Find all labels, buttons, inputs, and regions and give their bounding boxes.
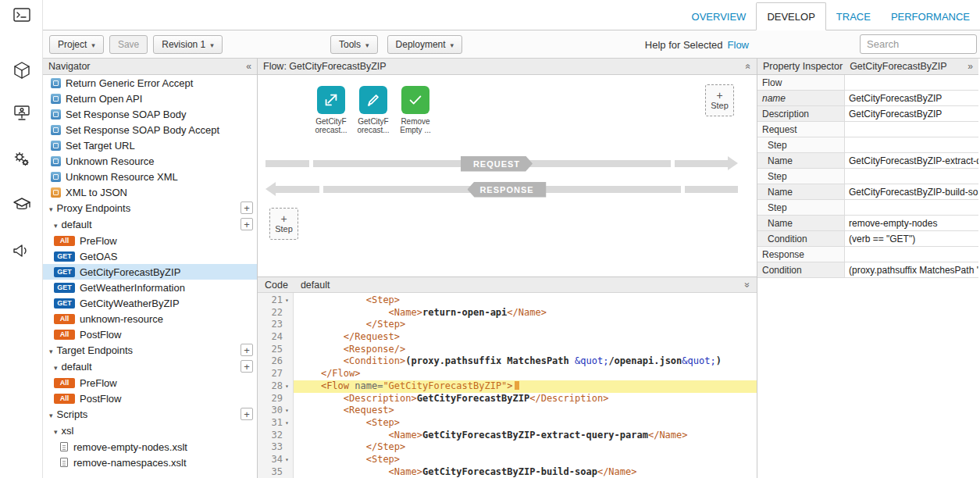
flow-item-label: GetOAS bbox=[80, 251, 117, 262]
fold-toggle-icon[interactable]: ▾ bbox=[283, 417, 291, 430]
rail-workshop-icon[interactable] bbox=[11, 102, 32, 123]
rail-megaphone-icon[interactable] bbox=[11, 240, 32, 261]
add-scripts-button[interactable] bbox=[241, 408, 253, 420]
line-number: 32 bbox=[272, 430, 283, 442]
inspector-row-value[interactable]: GetCityForecastByZIP bbox=[845, 91, 978, 105]
policy-icon bbox=[51, 172, 61, 182]
fold-toggle-icon[interactable]: ▾ bbox=[283, 294, 291, 307]
code-line-24[interactable]: </Request> bbox=[294, 331, 757, 344]
fold-toggle-icon[interactable]: ▾ bbox=[283, 405, 291, 417]
add-default-button[interactable] bbox=[241, 360, 253, 373]
navigator-group-default[interactable]: default bbox=[43, 216, 257, 233]
navigator-file-item[interactable]: remove-namespaces.xslt bbox=[43, 455, 257, 470]
navigator-flow-item-getweatherinformation[interactable]: GETGetWeatherInformation bbox=[43, 280, 257, 295]
fold-toggle-icon[interactable]: ▾ bbox=[283, 380, 291, 393]
add-step-button-request[interactable]: Step bbox=[705, 84, 734, 116]
inspector-row-value[interactable]: (verb == "GET") bbox=[845, 231, 978, 246]
navigator-flow-item-postflow[interactable]: AllPostFlow bbox=[43, 391, 257, 406]
add-target-endpoints-button[interactable] bbox=[241, 344, 253, 356]
search-input[interactable] bbox=[860, 34, 977, 54]
deployment-menu-button[interactable]: Deployment bbox=[387, 35, 463, 54]
code-line-34[interactable]: <Step> bbox=[294, 454, 757, 466]
collapse-navigator-icon[interactable] bbox=[246, 61, 251, 72]
navigator-policy-item[interactable]: Return Open API bbox=[43, 91, 257, 106]
code-line-22[interactable]: <Name>return-open-api</Name> bbox=[294, 307, 757, 319]
navigator-section-proxy-endpoints[interactable]: Proxy Endpoints bbox=[43, 200, 257, 216]
add-default-button[interactable] bbox=[241, 218, 253, 230]
inspector-row-value[interactable]: remove-empty-nodes bbox=[845, 216, 978, 230]
tab-overview[interactable]: OVERVIEW bbox=[682, 3, 757, 30]
code-line-35[interactable]: <Name>GetCityForecastByZIP-build-soap</N… bbox=[294, 466, 757, 478]
band-gap bbox=[319, 186, 323, 193]
navigator-flow-item-preflow[interactable]: AllPreFlow bbox=[43, 375, 257, 391]
navigator-policy-item[interactable]: Set Target URL bbox=[43, 137, 257, 153]
navigator-flow-item-unknown-resource[interactable]: Allunknown-resource bbox=[43, 311, 257, 326]
code-line-29[interactable]: <Description>GetCityForecastByZIP</Descr… bbox=[294, 393, 757, 405]
rail-terminal-icon[interactable] bbox=[11, 5, 32, 26]
flow-step-2[interactable]: GetCityForecast... bbox=[355, 86, 391, 134]
collapse-code-panel-icon[interactable] bbox=[744, 280, 750, 291]
help-for-selected: Help for Selected Flow bbox=[645, 39, 749, 51]
navigator-file-item[interactable]: remove-empty-nodes.xslt bbox=[43, 439, 257, 455]
code-line-25[interactable]: <Response/> bbox=[294, 344, 757, 356]
collapse-flow-panel-icon[interactable] bbox=[746, 61, 751, 72]
tab-performance[interactable]: PERFORMANCE bbox=[881, 3, 980, 30]
add-proxy-endpoints-button[interactable] bbox=[241, 202, 253, 214]
navigator-flow-item-preflow[interactable]: AllPreFlow bbox=[43, 233, 257, 248]
inspector-row-value[interactable]: (proxy.pathsuffix MatchesPath "/c bbox=[845, 262, 978, 277]
help-selected-flow-link[interactable]: Flow bbox=[728, 39, 749, 51]
navigator-flow-item-getoas[interactable]: GETGetOAS bbox=[43, 248, 257, 264]
code-line-23[interactable]: </Step> bbox=[294, 319, 757, 331]
code-line-32[interactable]: <Name>GetCityForecastByZIP-extract-query… bbox=[294, 430, 757, 442]
tab-develop[interactable]: DEVELOP bbox=[756, 2, 825, 30]
code-line-33[interactable]: </Step> bbox=[294, 441, 757, 454]
navigator-group-default[interactable]: default bbox=[43, 358, 257, 375]
code-tab-default[interactable]: default bbox=[301, 280, 330, 291]
project-menu-button[interactable]: Project bbox=[49, 35, 104, 54]
inspector-table: FlownameGetCityForecastByZIPDescriptionG… bbox=[757, 75, 978, 478]
code-token: /openapi.json bbox=[608, 355, 682, 366]
navigator-flow-item-getcityweatherbyzip[interactable]: GETGetCityWeatherByZIP bbox=[43, 295, 257, 311]
tab-trace[interactable]: TRACE bbox=[826, 3, 881, 30]
code-editor[interactable]: 21▾22232425262728▾2930▾31▾323334▾35 <Ste… bbox=[258, 293, 757, 478]
code-line-31[interactable]: <Step> bbox=[294, 417, 757, 430]
navigator-policy-item[interactable]: Unknown Resource XML bbox=[43, 169, 257, 184]
line-number: 31 bbox=[272, 417, 283, 430]
code-line-30[interactable]: <Request> bbox=[294, 405, 757, 417]
navigator-list: Return Generic Error AcceptReturn Open A… bbox=[43, 75, 257, 478]
navigator-flow-item-postflow[interactable]: AllPostFlow bbox=[43, 326, 257, 342]
tools-menu-button[interactable]: Tools bbox=[330, 35, 378, 54]
rail-package-icon[interactable] bbox=[11, 59, 32, 80]
code-line-26[interactable]: <Condition>(proxy.pathsuffix MatchesPath… bbox=[294, 355, 757, 368]
revision-menu-button[interactable]: Revision 1 bbox=[153, 35, 223, 54]
flow-step-3[interactable]: RemoveEmpty ... bbox=[397, 86, 433, 134]
navigator-section-target-endpoints[interactable]: Target Endpoints bbox=[43, 342, 257, 358]
rail-graduation-cap-icon[interactable] bbox=[11, 194, 32, 216]
save-button[interactable]: Save bbox=[109, 35, 148, 54]
navigator-policy-item[interactable]: Set Response SOAP Body Accept bbox=[43, 122, 257, 137]
navigator-policy-item[interactable]: Return Generic Error Accept bbox=[43, 75, 257, 91]
gutter-line: 35 bbox=[258, 466, 293, 478]
verb-badge: GET bbox=[54, 267, 75, 277]
code-title: Code bbox=[265, 280, 288, 291]
rail-gears-icon[interactable] bbox=[11, 148, 32, 169]
gutter-line: 28▾ bbox=[258, 380, 293, 393]
code-line-28[interactable]: <Flow name="GetCityForecastByZIP"> bbox=[294, 380, 757, 393]
inspector-row-value[interactable]: GetCityForecastByZIP-build-soap bbox=[845, 184, 978, 199]
navigator-flow-item-getcityforecastbyzip[interactable]: GETGetCityForecastByZIP bbox=[43, 264, 257, 280]
navigator-policy-item[interactable]: Set Response SOAP Body bbox=[43, 106, 257, 122]
flow-step-1[interactable]: GetCityForecast... bbox=[313, 86, 349, 134]
collapse-inspector-icon[interactable] bbox=[968, 61, 973, 72]
navigator-group-xsl[interactable]: xsl bbox=[43, 423, 257, 439]
inspector-row-value[interactable]: GetCityForecastByZIP bbox=[845, 106, 978, 121]
code-line-27[interactable]: </Flow> bbox=[294, 368, 757, 380]
code-line-21[interactable]: <Step> bbox=[294, 294, 757, 307]
inspector-row-value[interactable]: GetCityForecastByZIP-extract-qu bbox=[845, 153, 978, 168]
navigator-section-scripts[interactable]: Scripts bbox=[43, 406, 257, 423]
navigator-policy-item[interactable]: XML to JSON bbox=[43, 184, 257, 200]
navigator-policy-item[interactable]: Unknown Resource bbox=[43, 153, 257, 169]
fold-toggle-icon[interactable]: ▾ bbox=[283, 454, 291, 466]
add-step-button-response[interactable]: Step bbox=[269, 208, 298, 240]
inspector-row-label: Name bbox=[757, 153, 845, 168]
arrow-icon bbox=[317, 86, 345, 114]
